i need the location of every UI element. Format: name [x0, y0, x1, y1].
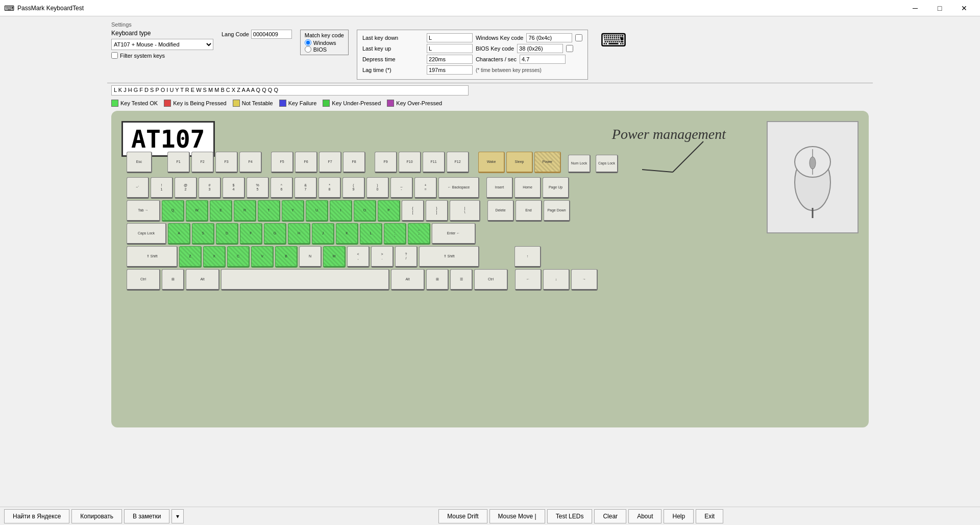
key-u[interactable]: U	[306, 200, 328, 222]
key-f6[interactable]: F6	[295, 152, 317, 173]
key-b[interactable]: B	[275, 246, 298, 268]
about-btn[interactable]: About	[628, 509, 662, 523]
key-backslash[interactable]: |\	[450, 200, 480, 222]
key-3[interactable]: #3	[199, 177, 221, 199]
key-page-down[interactable]: Page Down	[544, 200, 570, 222]
key-comma[interactable]: <,	[347, 246, 370, 268]
key-tab[interactable]: Tab →	[127, 200, 160, 222]
key-page-up[interactable]: Page Up	[543, 177, 569, 199]
key-backspace[interactable]: ← Backspace	[438, 177, 479, 199]
key-w[interactable]: W	[186, 200, 208, 222]
key-caps-lock[interactable]: Caps Lock	[127, 223, 166, 245]
key-num-lock[interactable]: Num Lock	[568, 155, 591, 173]
copy-btn[interactable]: Копировать	[71, 509, 122, 523]
key-0[interactable]: )0	[366, 177, 389, 199]
key-j[interactable]: J	[312, 223, 334, 245]
key-8[interactable]: *8	[318, 177, 341, 199]
key-menu[interactable]: ☰	[450, 269, 473, 291]
key-rctrl[interactable]: Ctrl	[474, 269, 508, 291]
bios-radio[interactable]	[305, 46, 311, 53]
key-v[interactable]: V	[251, 246, 274, 268]
key-ralt[interactable]: Alt	[391, 269, 425, 291]
bios-key-code-checkbox[interactable]	[566, 45, 573, 52]
key-5[interactable]: %5	[247, 177, 269, 199]
key-equals[interactable]: +=	[414, 177, 437, 199]
key-f12[interactable]: F12	[447, 152, 469, 173]
key-f4[interactable]: F4	[239, 152, 262, 173]
key-f2[interactable]: F2	[191, 152, 214, 173]
key-rshift[interactable]: ⇑ Shift	[419, 246, 479, 268]
key-delete[interactable]: Delete	[487, 200, 514, 222]
key-slash[interactable]: ?/	[395, 246, 418, 268]
key-space[interactable]	[221, 269, 389, 291]
key-y[interactable]: Y	[282, 200, 304, 222]
key-e[interactable]: E	[210, 200, 232, 222]
key-r[interactable]: R	[234, 200, 256, 222]
windows-radio[interactable]	[305, 39, 311, 46]
close-btn[interactable]: ✕	[952, 1, 976, 15]
key-rbracket[interactable]: }]	[426, 200, 448, 222]
key-period[interactable]: >.	[371, 246, 394, 268]
key-h[interactable]: H	[288, 223, 310, 245]
key-t[interactable]: T	[258, 200, 280, 222]
key-p[interactable]: P	[378, 200, 400, 222]
key-lwin[interactable]: ⊞	[162, 269, 184, 291]
key-lbracket[interactable]: {[	[402, 200, 424, 222]
key-s[interactable]: S	[192, 223, 214, 245]
test-leds-btn[interactable]: Test LEDs	[547, 509, 593, 523]
key-wake[interactable]: Wake	[478, 152, 505, 173]
key-f10[interactable]: F10	[399, 152, 421, 173]
filter-system-keys-checkbox[interactable]	[111, 52, 118, 59]
key-lctrl[interactable]: Ctrl	[127, 269, 160, 291]
maximize-btn[interactable]: □	[928, 1, 951, 15]
key-7[interactable]: &7	[295, 177, 317, 199]
key-enter[interactable]: Enter ←	[432, 223, 476, 245]
key-l[interactable]: L	[360, 223, 382, 245]
key-end[interactable]: End	[516, 200, 542, 222]
key-f1[interactable]: F1	[167, 152, 190, 173]
key-rwin[interactable]: ⊞	[426, 269, 449, 291]
key-z[interactable]: Z	[179, 246, 202, 268]
key-q[interactable]: Q	[162, 200, 184, 222]
key-sleep[interactable]: Sleep	[506, 152, 533, 173]
key-f11[interactable]: F11	[423, 152, 445, 173]
keyboard-type-select[interactable]: AT107 + Mouse - Modified AT101 AT102	[111, 39, 213, 50]
key-x[interactable]: X	[203, 246, 226, 268]
key-home[interactable]: Home	[514, 177, 541, 199]
key-esc[interactable]: Esc	[127, 152, 152, 173]
key-quote[interactable]: "'	[408, 223, 430, 245]
key-left[interactable]: ←	[515, 269, 542, 291]
key-lshift[interactable]: ⇑ Shift	[127, 246, 178, 268]
key-d[interactable]: D	[216, 223, 238, 245]
key-up[interactable]: ↑	[514, 246, 541, 268]
minimize-btn[interactable]: ─	[903, 1, 927, 15]
clear-btn[interactable]: Clear	[594, 509, 626, 523]
key-2[interactable]: @2	[175, 177, 197, 199]
key-i[interactable]: I	[330, 200, 352, 222]
key-f5[interactable]: F5	[271, 152, 293, 173]
key-semicolon[interactable]: :;	[384, 223, 406, 245]
key-9[interactable]: (9	[342, 177, 365, 199]
key-f3[interactable]: F3	[215, 152, 238, 173]
notes-btn[interactable]: В заметки	[124, 509, 170, 523]
windows-key-code-checkbox[interactable]	[575, 34, 582, 41]
key-4[interactable]: $4	[223, 177, 245, 199]
key-g[interactable]: G	[264, 223, 286, 245]
exit-btn[interactable]: Exit	[696, 509, 723, 523]
key-a[interactable]: A	[168, 223, 190, 245]
mouse-move-btn[interactable]: Mouse Move |	[489, 509, 545, 523]
key-backtick[interactable]: ~`	[127, 177, 149, 199]
key-f9[interactable]: F9	[375, 152, 397, 173]
dropdown-btn[interactable]: ▾	[172, 509, 184, 523]
key-f7[interactable]: F7	[319, 152, 341, 173]
key-right[interactable]: →	[571, 269, 598, 291]
key-minus[interactable]: _-	[390, 177, 413, 199]
key-k[interactable]: K	[336, 223, 358, 245]
key-c[interactable]: C	[227, 246, 250, 268]
help-btn[interactable]: Help	[664, 509, 694, 523]
key-m[interactable]: M	[323, 246, 346, 268]
key-lalt[interactable]: Alt	[186, 269, 219, 291]
key-f8[interactable]: F8	[343, 152, 365, 173]
key-insert[interactable]: Insert	[486, 177, 513, 199]
key-n[interactable]: N	[299, 246, 322, 268]
